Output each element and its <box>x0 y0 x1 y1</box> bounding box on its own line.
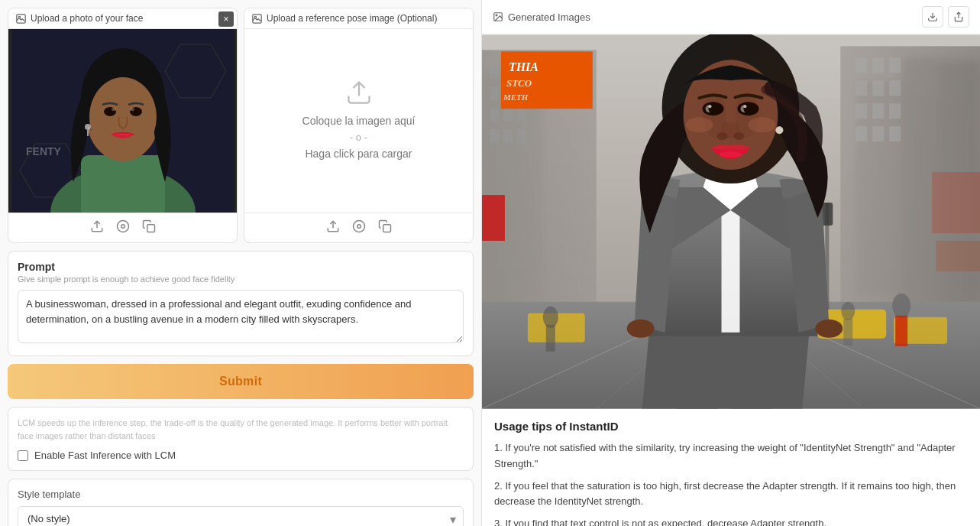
face-upload-icon[interactable] <box>90 219 104 236</box>
svg-rect-68 <box>872 103 884 119</box>
face-upload-box[interactable]: Upload a photo of your face × FENTY <box>8 8 238 243</box>
dropzone-content[interactable]: Coloque la imagen aquí - o - Haga click … <box>244 29 473 213</box>
svg-point-83 <box>543 307 558 328</box>
lcm-checkbox-row: Enable Fast Inference with LCM <box>18 450 464 461</box>
tips-section: Usage tips of InstantID 1. If you're not… <box>482 409 980 526</box>
tip-item-1: 1. If you're not satisfied with the simi… <box>494 440 968 472</box>
dropzone-text: Coloque la imagen aquí - o - Haga click … <box>302 112 416 163</box>
share-button[interactable] <box>948 6 969 28</box>
svg-rect-7 <box>81 155 165 213</box>
svg-point-27 <box>353 221 364 232</box>
upload-row: Upload a photo of your face × FENTY <box>8 8 474 243</box>
svg-point-28 <box>357 225 361 229</box>
svg-rect-69 <box>889 103 901 119</box>
dropzone-main-text: Coloque la imagen aquí <box>302 112 416 129</box>
dropzone-upload-icon <box>345 79 373 106</box>
generated-actions <box>922 6 969 28</box>
tips-title: Usage tips of InstantID <box>494 420 968 433</box>
svg-text:STCO: STCO <box>506 77 532 89</box>
svg-rect-29 <box>383 225 390 232</box>
svg-rect-22 <box>147 225 154 232</box>
svg-point-110 <box>743 105 746 108</box>
svg-rect-47 <box>490 108 499 122</box>
prompt-hint: Give simple prompt is enough to achieve … <box>18 274 464 284</box>
face-upload-close[interactable]: × <box>218 11 234 27</box>
style-label: Style template <box>18 489 464 500</box>
pose-upload-box[interactable]: Upload a reference pose image (Optional)… <box>244 8 474 243</box>
download-button[interactable] <box>922 6 943 28</box>
svg-rect-67 <box>855 103 867 119</box>
copy-icon <box>142 219 156 233</box>
svg-point-14 <box>85 124 91 130</box>
svg-rect-50 <box>490 129 499 143</box>
dropzone-click-text: Haga click para cargar <box>302 145 416 162</box>
pose-edit-icon[interactable] <box>352 219 366 236</box>
pose-upload-header: Upload a reference pose image (Optional) <box>244 8 473 29</box>
svg-rect-51 <box>503 129 513 143</box>
generated-images-title: Generated Images <box>508 11 590 23</box>
face-upload-actions <box>8 213 237 242</box>
generated-images-icon <box>493 11 503 22</box>
svg-rect-15 <box>87 130 89 136</box>
pose-image-icon <box>252 14 262 24</box>
svg-point-111 <box>717 132 728 140</box>
svg-rect-72 <box>889 126 901 141</box>
generated-header: Generated Images <box>482 0 980 34</box>
pose-edit-svg <box>352 219 366 233</box>
face-copy-icon[interactable] <box>142 219 156 236</box>
svg-rect-65 <box>872 80 884 96</box>
svg-rect-44 <box>490 86 499 100</box>
prompt-section: Prompt Give simple prompt is enough to a… <box>8 251 474 356</box>
svg-rect-49 <box>517 108 526 122</box>
svg-point-115 <box>748 117 775 132</box>
svg-rect-62 <box>872 57 884 73</box>
download-icon <box>927 11 938 22</box>
svg-rect-86 <box>895 316 907 346</box>
prompt-textarea[interactable]: A businesswoman, dressed in a profession… <box>18 290 464 343</box>
generated-image-container: THIA STCO METH <box>482 34 980 409</box>
svg-rect-57 <box>482 195 505 241</box>
face-upload-title: Upload a photo of your face <box>31 13 143 24</box>
svg-point-21 <box>121 225 125 229</box>
svg-point-109 <box>709 105 712 108</box>
pose-upload-svg <box>326 219 340 233</box>
tip-item-3: 3. If you find that text control is not … <box>494 516 968 526</box>
svg-rect-63 <box>889 57 901 73</box>
pose-upload-actions <box>244 213 473 242</box>
tip-item-2: 2. If you feel that the saturation is to… <box>494 479 968 511</box>
svg-point-114 <box>686 117 713 132</box>
svg-point-116 <box>775 126 783 134</box>
face-edit-icon[interactable] <box>116 219 130 236</box>
face-upload-header: Upload a photo of your face <box>8 8 237 29</box>
pose-upload-title: Upload a reference pose image (Optional) <box>267 13 437 24</box>
svg-point-85 <box>892 294 910 318</box>
image-icon <box>16 14 26 24</box>
style-section: Style template (No style) Cinematic Digi… <box>8 479 474 526</box>
lcm-checkbox[interactable] <box>18 450 28 461</box>
pose-copy-icon[interactable] <box>378 219 392 236</box>
generated-title: Generated Images <box>493 11 590 23</box>
svg-rect-61 <box>855 57 867 73</box>
lcm-checkbox-label[interactable]: Enable Fast Inference with LCM <box>34 450 176 461</box>
svg-rect-41 <box>490 65 499 79</box>
submit-button[interactable]: Submit <box>8 364 474 399</box>
share-icon <box>953 11 964 22</box>
prompt-label: Prompt <box>18 261 464 273</box>
face-photo-svg: FENTY <box>12 29 234 213</box>
svg-point-113 <box>720 151 742 157</box>
pose-upload-icon[interactable] <box>326 219 340 236</box>
style-select[interactable]: (No style) Cinematic Digital Art Portrai… <box>18 506 464 526</box>
svg-rect-52 <box>517 129 526 143</box>
svg-text:METH: METH <box>503 93 529 102</box>
svg-text:THIA: THIA <box>509 60 539 73</box>
lcm-section: LCM speeds up the inference step, the tr… <box>8 407 474 471</box>
face-image-container: FENTY <box>8 29 237 213</box>
svg-rect-66 <box>889 80 901 96</box>
svg-point-20 <box>117 221 128 232</box>
edit-icon <box>116 219 130 233</box>
right-panel: Generated Images <box>481 0 980 526</box>
upload-icon <box>90 219 104 233</box>
svg-rect-84 <box>546 325 555 352</box>
svg-point-87 <box>841 302 855 320</box>
lcm-description: LCM speeds up the inference step, the tr… <box>18 417 464 442</box>
